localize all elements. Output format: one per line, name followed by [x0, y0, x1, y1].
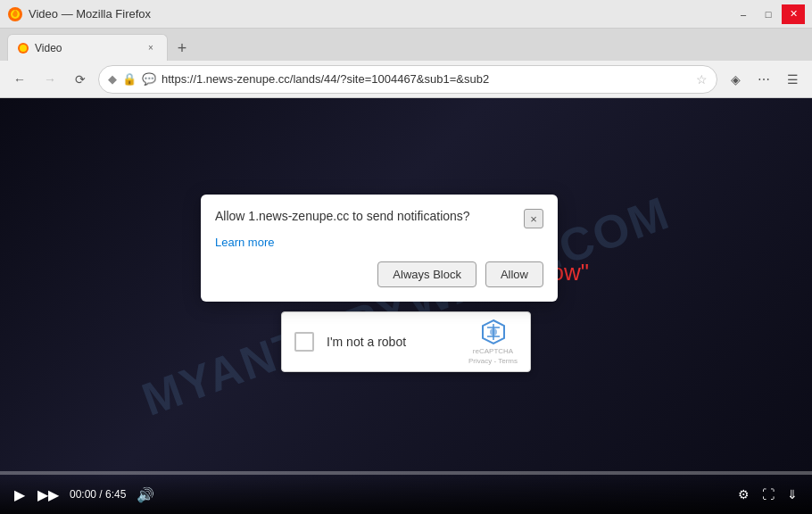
fullscreen-button[interactable]: ⛶: [760, 487, 776, 502]
notification-permission-icon: 💬: [142, 72, 156, 86]
recaptcha-brand: reCAPTCHA: [473, 347, 513, 355]
recaptcha-box: I'm not a robot reCAPTCHA Privacy - Term…: [281, 311, 531, 372]
nav-bar: ← → ⟳ ◆ 🔒 💬 ☆ ◈ ⋯ ☰: [0, 61, 812, 98]
tab-label: Video: [35, 42, 138, 54]
browser-window: Video — Mozilla Firefox – □ ✕ Video × + …: [0, 0, 812, 514]
window-title: Video — Mozilla Firefox: [29, 7, 151, 21]
tab-bar: Video × +: [0, 29, 812, 61]
bookmark-icon[interactable]: ☆: [696, 72, 708, 87]
svg-point-3: [20, 45, 27, 52]
reload-button[interactable]: ⟳: [68, 67, 93, 92]
lock-icon: 🔒: [122, 72, 137, 86]
popup-close-button[interactable]: ×: [524, 209, 543, 228]
close-button[interactable]: ✕: [782, 4, 805, 24]
always-block-button[interactable]: Always Block: [377, 261, 476, 287]
video-background: MYANTISPYWARE.COM ↷ To access to the vid…: [0, 98, 812, 514]
recaptcha-checkbox[interactable]: [294, 332, 314, 352]
tab-close-button[interactable]: ×: [144, 41, 158, 55]
title-bar-left: Video — Mozilla Firefox: [7, 6, 151, 22]
svg-point-4: [490, 328, 497, 336]
popup-buttons: Always Block Allow: [215, 261, 543, 287]
address-input[interactable]: [162, 72, 691, 86]
allow-button[interactable]: Allow: [485, 261, 543, 287]
settings-button[interactable]: ⚙: [736, 487, 751, 502]
controls-right: ⚙ ⛶ ⇓: [736, 487, 800, 502]
recaptcha-privacy: Privacy - Terms: [468, 357, 518, 365]
time-display: 00:00 / 6:45: [70, 488, 126, 501]
toolbar-icons: ◈ ⋯ ☰: [723, 67, 805, 92]
download-button[interactable]: ⇓: [785, 487, 800, 502]
video-controls: ▶ ▶▶ 00:00 / 6:45 🔊 ⚙ ⛶ ⇓: [0, 475, 812, 514]
content-area: MYANTISPYWARE.COM ↷ To access to the vid…: [0, 98, 812, 514]
recaptcha-logo-area: reCAPTCHA Privacy - Terms: [468, 319, 518, 365]
volume-button[interactable]: 🔊: [135, 486, 156, 503]
popup-header: Allow 1.news-zenupe.cc to send notificat…: [215, 209, 543, 228]
tab-favicon-icon: [17, 42, 29, 54]
tab-video[interactable]: Video ×: [7, 34, 168, 61]
overflow-button[interactable]: ⋯: [751, 67, 776, 92]
minimize-button[interactable]: –: [732, 4, 755, 24]
back-button[interactable]: ←: [7, 67, 32, 92]
shield-icon: ◆: [108, 72, 117, 86]
extensions-button[interactable]: ◈: [723, 67, 748, 92]
recaptcha-logo-icon: [480, 319, 507, 345]
forward-button[interactable]: →: [37, 67, 62, 92]
next-button[interactable]: ▶▶: [36, 486, 61, 503]
recaptcha-label: I'm not a robot: [327, 335, 456, 349]
play-button[interactable]: ▶: [12, 486, 27, 503]
learn-more-link[interactable]: Learn more: [215, 236, 543, 249]
new-tab-button[interactable]: +: [170, 36, 195, 61]
maximize-button[interactable]: □: [757, 4, 780, 24]
notification-popup: Allow 1.news-zenupe.cc to send notificat…: [201, 195, 558, 302]
popup-title: Allow 1.news-zenupe.cc to send notificat…: [215, 209, 517, 223]
title-bar: Video — Mozilla Firefox – □ ✕: [0, 0, 812, 29]
window-controls: – □ ✕: [732, 4, 805, 24]
address-bar-container: ◆ 🔒 💬 ☆: [98, 65, 717, 94]
menu-button[interactable]: ☰: [780, 67, 805, 92]
firefox-icon: [7, 6, 23, 22]
